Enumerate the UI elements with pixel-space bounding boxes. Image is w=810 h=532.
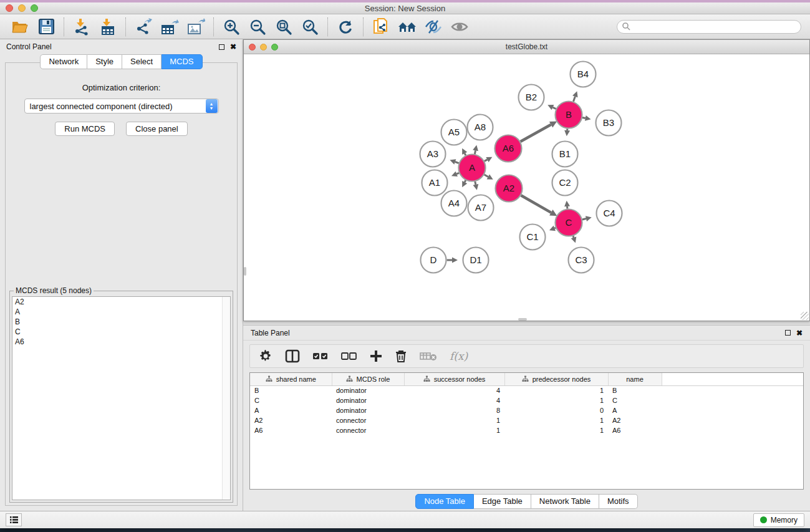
mcds-result-item[interactable]: A2 [12, 297, 230, 307]
graph-edge[interactable] [485, 160, 488, 161]
function-builder-icon[interactable]: f(x) [450, 350, 468, 362]
table-row[interactable]: A6connector11A6 [250, 425, 803, 435]
table-cell[interactable]: 1 [404, 425, 504, 435]
memory-button[interactable]: Memory [753, 513, 804, 527]
network-document-icon[interactable] [370, 17, 392, 37]
import-network-icon[interactable] [70, 17, 93, 37]
table-cell[interactable]: A6 [250, 425, 332, 435]
table-cell[interactable]: 1 [504, 395, 608, 405]
column-header-name[interactable]: name [608, 373, 662, 385]
table-row[interactable]: Adominator80A [250, 405, 803, 415]
vertical-scroll-indicator[interactable] [244, 267, 246, 276]
settings-gear-icon[interactable] [259, 349, 272, 363]
table-cell[interactable]: A [250, 405, 332, 415]
tab-mcds[interactable]: MCDS [162, 54, 202, 69]
search-field[interactable] [617, 20, 801, 34]
mcds-result-list[interactable]: A2ABCA6 [12, 296, 231, 500]
delete-table-icon[interactable] [420, 351, 437, 361]
add-row-icon[interactable] [370, 350, 382, 362]
table-cell[interactable]: 1 [504, 385, 608, 395]
table-cell[interactable]: B [608, 385, 662, 395]
task-history-button[interactable] [6, 513, 22, 526]
table-cell[interactable]: A2 [608, 415, 662, 425]
graph-edge[interactable] [485, 175, 488, 177]
zoom-out-icon[interactable] [246, 17, 269, 37]
table-cell[interactable]: dominator [332, 405, 404, 415]
graph-edge[interactable] [574, 97, 576, 102]
mcds-result-item[interactable]: B [12, 317, 230, 327]
show-graphics-details-icon[interactable] [448, 17, 471, 37]
table-cell[interactable]: A2 [250, 415, 332, 425]
mcds-result-item[interactable]: C [12, 327, 230, 337]
search-input[interactable] [631, 22, 801, 31]
titlebar[interactable]: Session: New Session [0, 2, 810, 14]
column-header-shared-name[interactable]: shared name [250, 373, 332, 385]
column-header-predecessor-nodes[interactable]: predecessor nodes [504, 373, 608, 385]
tab-style[interactable]: Style [87, 54, 122, 69]
float-panel-icon[interactable] [785, 330, 791, 336]
column-layout-icon[interactable] [285, 349, 300, 363]
mcds-result-item[interactable]: A6 [12, 337, 230, 347]
table-row[interactable]: Bdominator41B [250, 385, 803, 395]
tab-motifs[interactable]: Motifs [599, 494, 638, 509]
table-cell[interactable]: 4 [404, 395, 504, 405]
graph-edge[interactable] [552, 107, 556, 109]
select-all-icon[interactable] [312, 352, 329, 360]
graph-edge[interactable] [582, 219, 586, 220]
tab-network-table[interactable]: Network Table [531, 494, 599, 509]
export-network-icon[interactable] [132, 17, 155, 37]
table-cell[interactable]: 0 [504, 405, 608, 415]
graph-edge[interactable] [456, 173, 459, 174]
close-panel-icon[interactable]: ✖ [796, 329, 803, 337]
criterion-dropdown[interactable]: largest connected component (directed) ▲… [24, 99, 219, 114]
home-icon[interactable] [396, 17, 418, 37]
zoom-in-icon[interactable] [220, 17, 243, 37]
column-header-successor-nodes[interactable]: successor nodes [404, 373, 504, 385]
table-cell[interactable]: dominator [332, 385, 404, 395]
table-row[interactable]: A2connector11A2 [250, 415, 803, 425]
deselect-all-icon[interactable] [341, 352, 357, 360]
graph-edge[interactable] [455, 162, 459, 163]
resize-grip[interactable] [801, 312, 809, 320]
graph-edge[interactable] [554, 228, 556, 228]
network-window-titlebar[interactable]: testGlobe.txt [244, 40, 809, 54]
table-cell[interactable]: 1 [404, 415, 504, 425]
table-cell[interactable]: 4 [404, 385, 504, 395]
delete-row-icon[interactable] [395, 349, 407, 363]
table-cell[interactable]: connector [332, 415, 404, 425]
tab-node-table[interactable]: Node Table [415, 494, 474, 509]
table-cell[interactable]: A6 [608, 425, 662, 435]
scrollbar-track[interactable] [222, 297, 230, 500]
export-image-icon[interactable] [185, 17, 207, 37]
tab-edge-table[interactable]: Edge Table [474, 494, 531, 509]
table-cell[interactable]: C [250, 395, 332, 405]
graph-edge[interactable] [475, 150, 475, 154]
table-row[interactable]: Cdominator41C [250, 395, 803, 405]
network-canvas[interactable]: B4B2BB3A5A8A6A3B1AA1C2A2A4A7C4CC1C3DD1 [244, 54, 809, 321]
column-header-MCDS-role[interactable]: MCDS role [332, 373, 404, 385]
network-graph[interactable]: B4B2BB3A5A8A6A3B1AA1C2A2A4A7C4CC1C3DD1 [244, 54, 800, 321]
table-cell[interactable]: dominator [332, 395, 404, 405]
horizontal-scroll-indicator[interactable] [518, 318, 527, 321]
zoom-fit-icon[interactable] [272, 17, 295, 37]
graph-edge[interactable] [582, 117, 586, 118]
table-cell[interactable]: connector [332, 425, 404, 435]
table-cell[interactable]: 1 [504, 415, 608, 425]
close-panel-button[interactable]: Close panel [126, 122, 188, 136]
table-cell[interactable]: 8 [404, 405, 504, 415]
tab-select[interactable]: Select [122, 54, 162, 69]
close-panel-icon[interactable]: ✖ [230, 43, 236, 51]
zoom-selected-icon[interactable] [299, 17, 321, 37]
table-cell[interactable]: B [250, 385, 332, 395]
graph-edge[interactable] [465, 153, 466, 155]
float-panel-icon[interactable] [219, 44, 224, 50]
save-icon[interactable] [35, 17, 57, 37]
open-file-icon[interactable] [9, 17, 31, 37]
graph-edge[interactable] [475, 181, 476, 185]
import-table-icon[interactable] [97, 17, 119, 37]
table-cell[interactable]: A [608, 405, 662, 415]
mcds-result-item[interactable]: A [12, 307, 230, 317]
run-mcds-button[interactable]: Run MCDS [55, 122, 115, 136]
graph-edge[interactable] [465, 180, 466, 182]
tab-network[interactable]: Network [40, 54, 87, 69]
